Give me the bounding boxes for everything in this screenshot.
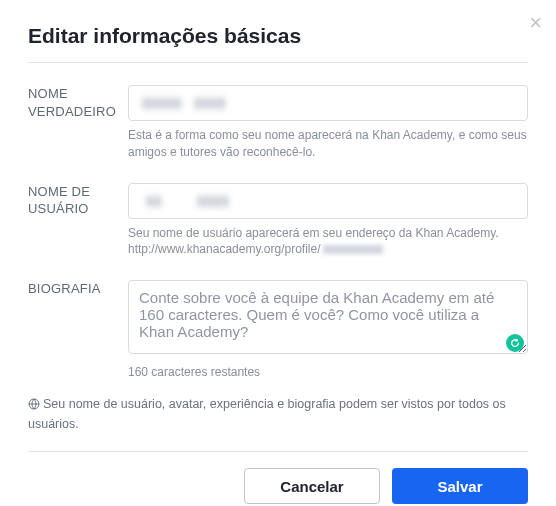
field-username: NOME DE USUÁRIO ▮▮ ▮▮▮▮ Seu nome de usuá…: [28, 183, 528, 259]
public-note-text: Seu nome de usuário, avatar, experiência…: [28, 397, 506, 431]
close-icon[interactable]: ×: [529, 12, 542, 34]
username-label: NOME DE USUÁRIO: [28, 183, 128, 218]
modal-title: Editar informações básicas: [28, 24, 528, 48]
real-name-label: NOME VERDADEIRO: [28, 85, 128, 120]
globe-icon: [28, 397, 40, 415]
field-real-name: NOME VERDADEIRO ▮▮▮▮▮ ▮▮▮▮ Esta é a form…: [28, 85, 528, 161]
username-input[interactable]: [128, 183, 528, 219]
real-name-helper: Esta é a forma como seu nome aparecerá n…: [128, 127, 528, 161]
bio-textarea[interactable]: [128, 280, 528, 354]
username-helper-url: http://www.khanacademy.org/profile/: [128, 242, 321, 256]
real-name-input[interactable]: [128, 85, 528, 121]
cancel-button[interactable]: Cancelar: [244, 468, 380, 504]
public-visibility-note: Seu nome de usuário, avatar, experiência…: [28, 395, 528, 433]
modal-footer: Cancelar Salvar: [28, 451, 528, 504]
divider-top: [28, 62, 528, 63]
bio-label: BIOGRAFIA: [28, 280, 128, 298]
field-bio: BIOGRAFIA 160 caracteres restantes: [28, 280, 528, 381]
save-button[interactable]: Salvar: [392, 468, 528, 504]
username-helper-redacted: [323, 245, 383, 254]
bio-counter: 160 caracteres restantes: [128, 364, 528, 381]
username-helper: Seu nome de usuário aparecerá em seu end…: [128, 225, 528, 259]
username-helper-line1: Seu nome de usuário aparecerá em seu end…: [128, 226, 499, 240]
